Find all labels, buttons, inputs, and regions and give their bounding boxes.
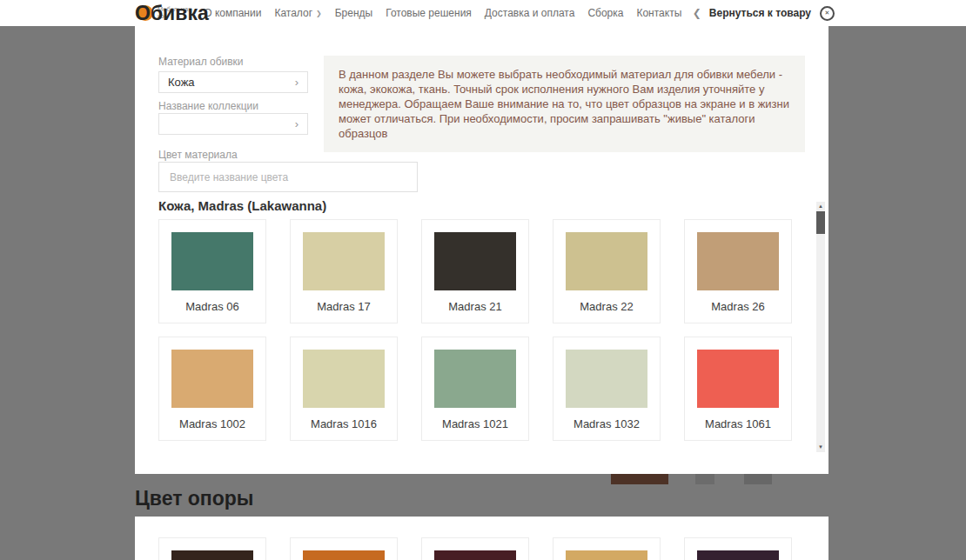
swatch-image <box>303 550 385 560</box>
swatch-card[interactable]: Madras 21 <box>421 219 529 323</box>
swatch-card[interactable]: Madras 1032 <box>553 337 661 441</box>
swatch-label: Madras 1061 <box>705 417 771 430</box>
swatch-card[interactable]: Madras 1016 <box>290 337 398 441</box>
color-label: Цвет материала <box>158 149 238 161</box>
swatch-label: Madras 1032 <box>574 417 640 430</box>
swatch-label: Madras 1002 <box>179 417 245 430</box>
scrollbar-track[interactable] <box>816 211 825 443</box>
support-swatch-card[interactable] <box>421 537 529 560</box>
swatch-label: Madras 1021 <box>442 417 508 430</box>
swatch-image <box>171 232 253 290</box>
swatch-image <box>303 232 385 290</box>
support-swatch-card[interactable] <box>553 537 661 560</box>
material-label: Материал обивки <box>158 56 244 68</box>
material-select[interactable]: Кожа › <box>158 71 308 93</box>
swatch-label: Madras 22 <box>580 300 633 313</box>
swatch-label: Madras 26 <box>711 300 764 313</box>
support-color-panel <box>135 517 828 560</box>
swatch-card[interactable]: Madras 1061 <box>684 337 792 441</box>
swatch-card[interactable]: Madras 1021 <box>421 337 529 441</box>
swatch-grid: Madras 06 Madras 17 Madras 21 Madras 22 … <box>158 219 792 441</box>
swatch-card[interactable]: Madras 17 <box>290 219 398 323</box>
swatch-image <box>171 350 253 408</box>
swatch-image <box>697 232 779 290</box>
modal-title: Обивка <box>135 0 828 26</box>
swatch-image <box>697 550 779 560</box>
swatch-card[interactable]: Madras 06 <box>158 219 266 323</box>
chevron-right-icon: › <box>295 118 299 130</box>
upholstery-modal: Обивка Материал обивки Кожа › Название к… <box>135 0 828 560</box>
swatch-image <box>566 550 647 560</box>
swatch-card[interactable]: Madras 26 <box>684 219 792 323</box>
collection-label: Название коллекции <box>158 100 258 112</box>
swatch-label: Madras 17 <box>317 300 370 313</box>
swatch-image <box>434 550 516 560</box>
collection-select[interactable]: › <box>158 113 308 135</box>
support-swatch-grid <box>158 537 828 560</box>
swatch-image <box>171 550 253 560</box>
chevron-right-icon: › <box>295 77 299 88</box>
swatch-image <box>303 350 385 408</box>
swatch-image <box>566 232 647 290</box>
swatch-group-title: Кожа, Madras (Lakawanna) <box>158 198 326 213</box>
swatch-image <box>566 350 647 408</box>
scrollbar-thumb[interactable] <box>816 211 825 234</box>
scrollbar[interactable]: ▲ ▼ <box>816 202 825 452</box>
swatch-card[interactable]: Madras 22 <box>553 219 661 323</box>
swatch-image <box>434 232 516 290</box>
swatch-label: Madras 1016 <box>311 417 377 430</box>
support-swatch-card[interactable] <box>158 537 266 560</box>
swatch-image <box>697 350 779 408</box>
scroll-up-icon[interactable]: ▲ <box>816 202 825 211</box>
support-color-title: Цвет опоры <box>135 485 828 511</box>
swatch-label: Madras 21 <box>448 300 501 313</box>
swatch-label: Madras 06 <box>185 300 238 313</box>
upholstery-panel: Материал обивки Кожа › Название коллекци… <box>135 26 828 474</box>
color-search-input[interactable] <box>158 162 418 192</box>
support-swatch-card[interactable] <box>290 537 398 560</box>
support-swatch-card[interactable] <box>684 537 792 560</box>
scroll-down-icon[interactable]: ▼ <box>816 443 825 452</box>
swatch-image <box>434 350 516 408</box>
material-select-value: Кожа <box>168 76 195 89</box>
info-text: В данном разделе Вы можете выбрать необх… <box>324 56 805 152</box>
swatch-card[interactable]: Madras 1002 <box>158 337 266 441</box>
